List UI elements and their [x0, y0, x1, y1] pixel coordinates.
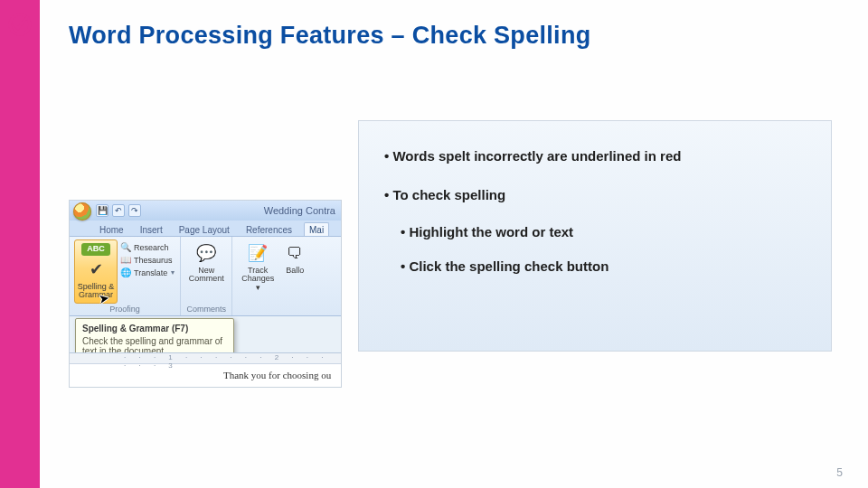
spelling-grammar-button: ABC ✔︎ Spelling & Grammar — [74, 239, 118, 304]
tab-review: Mai — [304, 222, 329, 236]
bullet-highlight: Highlight the word or text — [401, 224, 806, 241]
new-comment-icon: 💬 — [193, 241, 220, 265]
word-title-bar: 💾 ↶ ↷ Wedding Contra — [70, 201, 341, 221]
track-changes-icon: 📝 — [244, 241, 271, 265]
tab-insert: Insert — [136, 223, 167, 236]
qat-redo-icon: ↷ — [128, 204, 141, 217]
bullet-click-button: Click the spelling check button — [401, 258, 806, 276]
thesaurus-button: 📖 Thesaurus — [120, 255, 175, 266]
ribbon: ABC ✔︎ Spelling & Grammar 🔍 Research 📖 T… — [70, 237, 341, 316]
word-screenshot: 💾 ↶ ↷ Wedding Contra Home Insert Page La… — [69, 200, 342, 388]
research-button: 🔍 Research — [120, 242, 175, 253]
translate-button: 🌐 Translate ▾ — [120, 267, 175, 278]
mouse-cursor-icon: ➤ — [98, 290, 111, 306]
balloons-icon: 🗨 — [281, 241, 308, 265]
new-comment-button: 💬 New Comment — [184, 239, 228, 304]
group-proofing: ABC ✔︎ Spelling & Grammar 🔍 Research 📖 T… — [70, 237, 181, 315]
ribbon-tabs: Home Insert Page Layout References Mai — [70, 221, 341, 237]
ruler: · · · 1 · · · · · · 2 · · · · · · 3 — [70, 353, 341, 364]
balloons-button: 🗨 Ballo — [279, 239, 310, 313]
group-comments-label: Comments — [184, 304, 228, 315]
translate-icon: 🌐 — [120, 267, 131, 278]
group-tracking-label — [236, 313, 310, 315]
qat-save-icon: 💾 — [96, 204, 108, 217]
spellcheck-icon: ✔︎ — [82, 258, 109, 281]
document-title: Wedding Contra — [141, 205, 341, 216]
thesaurus-icon: 📖 — [120, 255, 131, 266]
document-area: · · · 1 · · · · · · 2 · · · · · · 3 Than… — [70, 352, 341, 388]
left-strip — [0, 0, 40, 488]
bullet-underlined-red: Words spelt incorrectly are underlined i… — [384, 148, 806, 165]
slide-title: Word Processing Features – Check Spellin… — [69, 22, 590, 50]
group-proofing-label: Proofing — [73, 304, 176, 315]
info-panel: Words spelt incorrectly are underlined i… — [358, 120, 832, 352]
abc-badge-icon: ABC — [81, 243, 110, 256]
tab-home: Home — [95, 223, 128, 236]
tab-references: References — [241, 223, 297, 236]
brand-checkmark-icon — [8, 13, 32, 36]
office-button-icon — [73, 202, 91, 221]
tooltip-title: Spelling & Grammar (F7) — [82, 324, 227, 333]
group-comments: 💬 New Comment Comments — [181, 237, 232, 315]
group-tracking: 📝 Track Changes ▾ 🗨 Ballo — [232, 237, 314, 315]
track-changes-button: 📝 Track Changes ▾ — [236, 239, 279, 313]
document-body-text: Thank you for choosing ou — [70, 364, 341, 380]
qat-undo-icon: ↶ — [112, 204, 125, 217]
page-number: 5 — [836, 466, 843, 479]
proofing-small-buttons: 🔍 Research 📖 Thesaurus 🌐 Translate ▾ — [118, 239, 176, 304]
quick-access-toolbar: 💾 ↶ ↷ — [96, 204, 141, 217]
bullet-to-check: To check spelling — [384, 187, 806, 204]
tab-page-layout: Page Layout — [175, 223, 234, 236]
research-icon: 🔍 — [120, 242, 131, 253]
